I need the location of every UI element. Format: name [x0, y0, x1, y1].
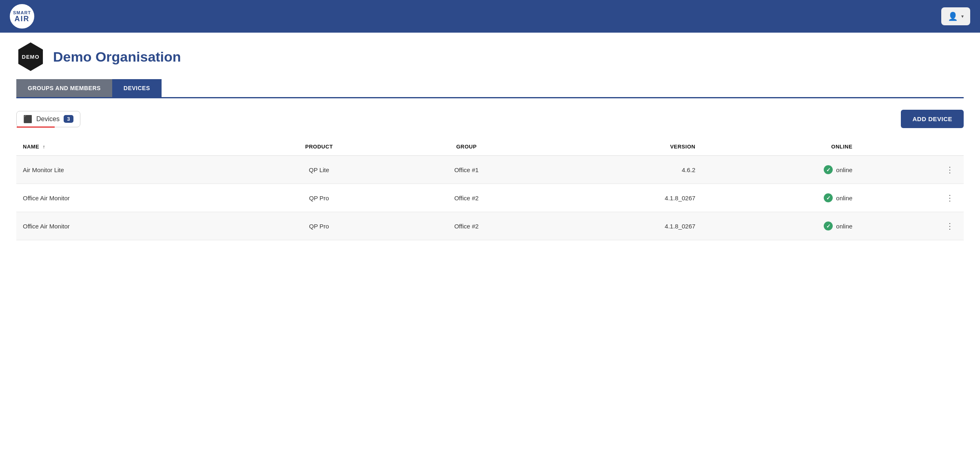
online-status: ✓ online	[824, 221, 852, 230]
col-group: GROUP	[396, 138, 537, 156]
org-name: Demo Organisation	[53, 49, 181, 65]
cell-online: ✓ online	[702, 184, 859, 212]
add-device-button[interactable]: ADD DEVICE	[901, 110, 964, 128]
col-name[interactable]: NAME ↑	[16, 138, 242, 156]
cell-more: ⋮	[859, 212, 964, 240]
col-product: PRODUCT	[242, 138, 396, 156]
more-options-button[interactable]: ⋮	[942, 220, 957, 232]
cell-product: QP Pro	[242, 212, 396, 240]
cell-online: ✓ online	[702, 156, 859, 184]
table-section: ⬛ Devices 3 ADD DEVICE NAME ↑ PRODUCT	[16, 98, 964, 252]
cell-more: ⋮	[859, 184, 964, 212]
logo-smart-text: SMART	[13, 11, 31, 15]
devices-count-badge: 3	[64, 115, 73, 123]
online-label: online	[836, 223, 852, 230]
online-status: ✓ online	[824, 165, 852, 174]
col-actions	[859, 138, 964, 156]
online-check-icon: ✓	[824, 221, 833, 230]
logo-container: SMART AIR	[10, 4, 34, 29]
online-label: online	[836, 195, 852, 202]
logo-air-text: AIR	[15, 15, 30, 22]
user-icon: 👤	[948, 11, 958, 21]
online-label: online	[836, 166, 852, 173]
sort-arrow-icon: ↑	[42, 144, 45, 150]
devices-label-container: ⬛ Devices 3	[16, 111, 80, 127]
tab-devices[interactable]: DEVICES	[112, 79, 162, 97]
cell-name: Air Monitor Lite	[16, 156, 242, 184]
monitor-icon: ⬛	[23, 115, 32, 124]
org-header: DEMO Demo Organisation	[16, 33, 964, 79]
org-badge-text: DEMO	[22, 54, 40, 60]
col-version: VERSION	[537, 138, 702, 156]
cell-version: 4.6.2	[537, 156, 702, 184]
devices-label: Devices	[36, 115, 60, 123]
table-row[interactable]: Office Air Monitor QP Pro Office #2 4.1.…	[16, 184, 964, 212]
cell-name: Office Air Monitor	[16, 212, 242, 240]
cell-group: Office #1	[396, 156, 537, 184]
logo: SMART AIR	[10, 4, 34, 29]
app-header: SMART AIR 👤 ▾	[0, 0, 980, 33]
devices-table: NAME ↑ PRODUCT GROUP VERSION ONLINE	[16, 138, 964, 240]
more-options-button[interactable]: ⋮	[942, 164, 957, 175]
cell-product: QP Pro	[242, 184, 396, 212]
cell-group: Office #2	[396, 184, 537, 212]
cell-version: 4.1.8_0267	[537, 184, 702, 212]
table-toolbar: ⬛ Devices 3 ADD DEVICE	[16, 110, 964, 128]
user-menu-button[interactable]: 👤 ▾	[941, 7, 970, 25]
table-header-row: NAME ↑ PRODUCT GROUP VERSION ONLINE	[16, 138, 964, 156]
tabs-bar: GROUPS AND MEMBERS DEVICES	[16, 79, 964, 98]
table-row[interactable]: Office Air Monitor QP Pro Office #2 4.1.…	[16, 212, 964, 240]
org-badge-hexagon: DEMO	[16, 42, 45, 71]
cell-group: Office #2	[396, 212, 537, 240]
online-status: ✓ online	[824, 193, 852, 202]
cell-product: QP Lite	[242, 156, 396, 184]
table-row[interactable]: Air Monitor Lite QP Lite Office #1 4.6.2…	[16, 156, 964, 184]
cell-name: Office Air Monitor	[16, 184, 242, 212]
online-check-icon: ✓	[824, 165, 833, 174]
tab-groups-and-members[interactable]: GROUPS AND MEMBERS	[16, 79, 112, 97]
col-online: ONLINE	[702, 138, 859, 156]
cell-more: ⋮	[859, 156, 964, 184]
page-content: DEMO Demo Organisation GROUPS AND MEMBER…	[0, 33, 980, 474]
cell-online: ✓ online	[702, 212, 859, 240]
cell-version: 4.1.8_0267	[537, 212, 702, 240]
chevron-down-icon: ▾	[961, 13, 964, 19]
more-options-button[interactable]: ⋮	[942, 192, 957, 204]
online-check-icon: ✓	[824, 193, 833, 202]
